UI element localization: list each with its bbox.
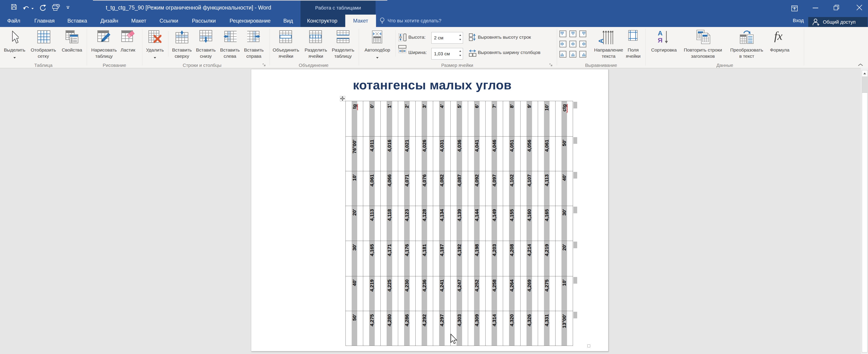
svg-text:А: А xyxy=(658,30,662,37)
svg-text:fx: fx xyxy=(774,30,782,42)
svg-text:Я: Я xyxy=(658,36,662,44)
svg-text:А: А xyxy=(598,38,604,43)
